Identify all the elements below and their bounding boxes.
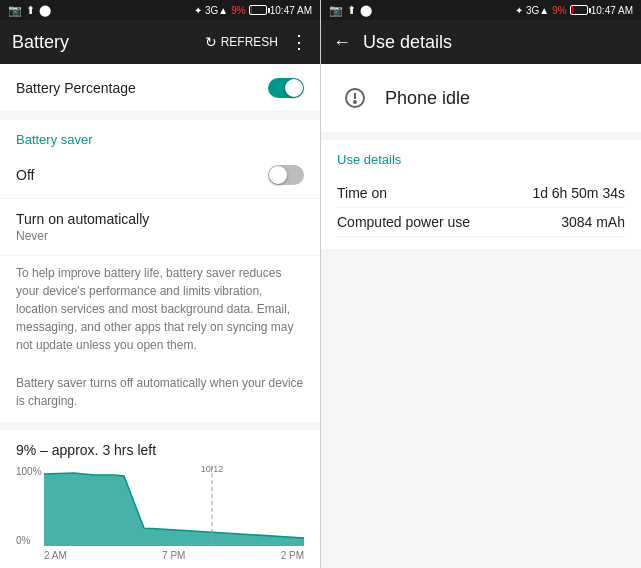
refresh-label: REFRESH bbox=[221, 35, 278, 49]
camera-icon: 📷 bbox=[8, 4, 22, 17]
notification-icon-right: ⬤ bbox=[360, 4, 372, 17]
battery-saver-auto-text: Turn on automatically Never bbox=[16, 211, 304, 243]
app-bar-left: Battery ↻ REFRESH ⋮ bbox=[0, 20, 320, 64]
right-content: Phone idle Use details Time on 1d 6h 50m… bbox=[321, 64, 641, 568]
svg-text:10/12: 10/12 bbox=[201, 466, 224, 474]
right-page-title: Use details bbox=[363, 32, 452, 53]
more-options-button[interactable]: ⋮ bbox=[290, 31, 308, 53]
status-right-icons: ✦ 3G▲ 9% 10:47 AM bbox=[194, 5, 312, 16]
chart-x-2am: 2 AM bbox=[44, 550, 67, 566]
battery-saver-toggle[interactable] bbox=[268, 165, 304, 185]
page-title: Battery bbox=[12, 32, 205, 53]
battery-percentage-label: Battery Percentage bbox=[16, 80, 268, 96]
chart-x-labels: 2 AM 7 PM 2 PM bbox=[44, 550, 304, 566]
back-button[interactable]: ← bbox=[333, 32, 351, 53]
chart-x-2pm: 2 PM bbox=[281, 550, 304, 566]
battery-saver-off-label: Off bbox=[16, 167, 268, 183]
phone-idle-detail-name: Phone idle bbox=[385, 88, 470, 109]
battery-percentage-item: Battery Percentage bbox=[0, 64, 320, 112]
bluetooth-icon: ✦ bbox=[194, 5, 202, 16]
time-on-label: Time on bbox=[337, 185, 387, 201]
phone-idle-header: Phone idle bbox=[321, 64, 641, 132]
chart-y-labels: 100% 0% bbox=[16, 466, 42, 546]
refresh-icon: ↻ bbox=[205, 34, 217, 50]
network-icon: 3G▲ bbox=[205, 5, 228, 16]
camera-icon-right: 📷 bbox=[329, 4, 343, 17]
battery-saver-auto-label: Turn on automatically bbox=[16, 211, 304, 227]
upload-icon-right: ⬆ bbox=[347, 4, 356, 17]
notification-icon: ⬤ bbox=[39, 4, 51, 17]
battery-saver-toggle-item: Off bbox=[0, 151, 320, 199]
battery-percent-left: 9% bbox=[231, 5, 245, 16]
battery-saver-section: Battery saver Off Turn on automatically … bbox=[0, 120, 320, 422]
svg-point-5 bbox=[354, 101, 356, 103]
chart-y-top: 100% bbox=[16, 466, 42, 477]
battery-saver-description2: Battery saver turns off automatically wh… bbox=[0, 366, 320, 422]
detail-row-time-on: Time on 1d 6h 50m 34s bbox=[337, 179, 625, 208]
power-use-value: 3084 mAh bbox=[561, 214, 625, 230]
status-left-icons: 📷 ⬆ ⬤ bbox=[8, 4, 51, 17]
use-details-header: Use details bbox=[337, 152, 625, 167]
chart-title: 9% – approx. 3 hrs left bbox=[16, 442, 304, 458]
time-right: 10:47 AM bbox=[591, 5, 633, 16]
use-details-section: Use details Time on 1d 6h 50m 34s Comput… bbox=[321, 140, 641, 249]
refresh-button[interactable]: ↻ REFRESH bbox=[205, 34, 278, 50]
left-content: Battery Percentage Battery saver Off bbox=[0, 64, 320, 568]
time-left: 10:47 AM bbox=[270, 5, 312, 16]
battery-percentage-section: Battery Percentage bbox=[0, 64, 320, 112]
upload-icon: ⬆ bbox=[26, 4, 35, 17]
battery-icon-right bbox=[570, 5, 588, 15]
status-right-left-icons: 📷 ⬆ ⬤ bbox=[329, 4, 372, 17]
battery-icon-left bbox=[249, 5, 267, 15]
battery-chart-svg: 10/12 bbox=[44, 466, 304, 546]
battery-saver-header: Battery saver bbox=[0, 120, 320, 151]
status-bar-left: 📷 ⬆ ⬤ ✦ 3G▲ 9% 10:47 AM bbox=[0, 0, 320, 20]
battery-percentage-toggle[interactable] bbox=[268, 78, 304, 98]
phone-idle-detail-icon bbox=[337, 80, 373, 116]
battery-percentage-text: Battery Percentage bbox=[16, 80, 268, 96]
battery-chart: 100% 0% 10/12 2 AM 7 PM 2 PM bbox=[16, 466, 304, 566]
battery-saver-description1: To help improve battery life, battery sa… bbox=[0, 256, 320, 366]
network-icon-right: 3G▲ bbox=[526, 5, 549, 16]
bluetooth-icon-right: ✦ bbox=[515, 5, 523, 16]
battery-saver-auto-sub: Never bbox=[16, 229, 304, 243]
status-right-right-icons: ✦ 3G▲ 9% 10:47 AM bbox=[515, 5, 633, 16]
detail-row-power-use: Computed power use 3084 mAh bbox=[337, 208, 625, 237]
time-on-value: 1d 6h 50m 34s bbox=[532, 185, 625, 201]
status-bar-right: 📷 ⬆ ⬤ ✦ 3G▲ 9% 10:47 AM bbox=[321, 0, 641, 20]
app-bar-right: ← Use details bbox=[321, 20, 641, 64]
panel-right: 📷 ⬆ ⬤ ✦ 3G▲ 9% 10:47 AM ← Use details bbox=[320, 0, 641, 568]
chart-x-7pm: 7 PM bbox=[162, 550, 185, 566]
battery-saver-auto-item[interactable]: Turn on automatically Never bbox=[0, 199, 320, 256]
chart-y-bottom: 0% bbox=[16, 535, 42, 546]
power-use-label: Computed power use bbox=[337, 214, 470, 230]
battery-chart-section: 9% – approx. 3 hrs left 100% 0% 10/12 2 … bbox=[0, 430, 320, 568]
battery-saver-toggle-text: Off bbox=[16, 167, 268, 183]
app-bar-actions: ↻ REFRESH ⋮ bbox=[205, 31, 308, 53]
battery-percent-right: 9% bbox=[552, 5, 566, 16]
